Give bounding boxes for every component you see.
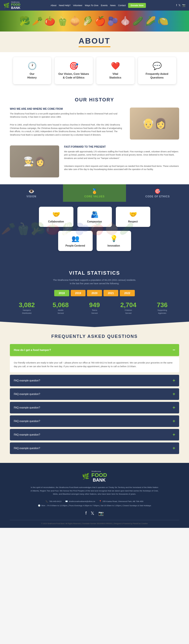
faq-q-6: FAQ example question?	[14, 447, 40, 450]
twitter-icon[interactable]: 𝕏	[178, 4, 181, 7]
ff-text-2: Volunteers respond to client requests an…	[64, 165, 179, 171]
phone-icon: 📞	[46, 500, 48, 502]
faq-q-4: FAQ example question?	[14, 420, 40, 422]
nav-events[interactable]: Events	[101, 4, 108, 7]
ethics-tab[interactable]: 🎯 CODE OF ETHICS	[126, 184, 189, 202]
nav-donate-button[interactable]: Donate Now	[128, 3, 146, 8]
nav-volunteer[interactable]: Volunteer	[73, 4, 82, 7]
footer-twitter-icon[interactable]: 𝕏	[91, 510, 94, 516]
nav-ways-to-give[interactable]: Ways To Give	[85, 4, 98, 7]
nav-logo-area: 🌿 Strathcona FOOD BANK	[4, 1, 21, 9]
stats-row: 3,082 HampersDistributed 5,068 AdultsSer…	[10, 301, 179, 315]
footer-contact: 📞 780-449-6413 ✉️ strathconafoodbank@sfb…	[10, 500, 179, 502]
stat-teens-label: TeensServed	[78, 309, 111, 315]
footer-logo-food: FOOD	[91, 472, 107, 478]
who-text-2: Prior to 1983, small informal food banks…	[10, 123, 125, 136]
stat-children-label: ChildrenServed	[111, 309, 145, 315]
stat-teens: 949 TeensServed	[78, 301, 111, 315]
footer-phone: 📞 780-449-6413	[46, 500, 61, 502]
ff-subhead: FAST-FORWARD TO THE PRESENT	[64, 146, 179, 148]
food-bg-strip: 🥕🫑🥦🍅🥬🫐🍎🧅🥒 🤝 Collaboration 🫂 Compassion 🤝…	[0, 202, 189, 256]
ff-text: We operate with approximately 170 volunt…	[64, 150, 179, 160]
faq-plus-1: +	[172, 378, 175, 383]
faq-section: FREQUENTLY ASKED QUESTIONS How do I get …	[0, 327, 189, 463]
core-tab-label: CORE VALUES	[65, 195, 124, 198]
history-icon: 🕐	[17, 62, 48, 70]
history-title: OUR HISTORY	[10, 97, 179, 102]
core-values-tab[interactable]: 🏅 CORE VALUES	[63, 184, 126, 202]
faq-item-5[interactable]: FAQ example question? +	[10, 429, 179, 440]
stat-teens-number: 949	[78, 301, 111, 309]
core-tabs: 👁️ VISION 🏅 CORE VALUES 🎯 CODE OF ETHICS	[0, 184, 189, 202]
year-2021[interactable]: 2021	[103, 290, 118, 296]
stat-adults: 5,068 AdultsServed	[44, 301, 77, 315]
vision-tab[interactable]: 👁️ VISION	[0, 184, 63, 202]
facebook-icon[interactable]: f	[176, 4, 177, 7]
footer-instagram-icon[interactable]: 📷	[98, 510, 104, 516]
card-faq-label: Frequently AskedQuestions	[141, 72, 173, 80]
faq-first-item[interactable]: How do I get a food hamper? −	[10, 344, 179, 356]
year-2020[interactable]: 2020	[87, 290, 102, 296]
card-vital[interactable]: ❤️ VitalStatistics	[96, 57, 134, 84]
footer-email: ✉️ strathconafoodbank@sfbra.ca	[65, 500, 95, 502]
footer-facebook-icon[interactable]: f	[85, 510, 87, 516]
who-we-are: WHO WE ARE AND WHERE WE COME FROM The St…	[10, 108, 179, 140]
vital-desc: The Strathcona Food Bank supports a popu…	[10, 278, 179, 286]
footer-hours: 🕐 Mon – Fri 9:00am to 12:00pm | Thurs Ev…	[10, 504, 179, 507]
faq-first-answer: Our friendly volunteers are ready to tak…	[10, 357, 179, 372]
year-tabs: 2018 2019 2020 2021 2022	[10, 290, 179, 296]
year-2019[interactable]: 2019	[71, 290, 86, 296]
card-faq[interactable]: 💬 Frequently AskedQuestions	[138, 57, 176, 84]
about-title-section: ABOUT	[0, 32, 189, 52]
nav-about[interactable]: About	[51, 4, 56, 7]
nav-links: About Need Help? Volunteer Ways To Give …	[51, 3, 146, 8]
faq-item-3[interactable]: FAQ example question? +	[10, 402, 179, 414]
history-section: OUR HISTORY WHO WE ARE AND WHERE WE COME…	[0, 90, 189, 184]
stat-hampers-label: HampersDistributed	[10, 309, 44, 315]
stat-children-number: 2,704	[111, 301, 145, 309]
vision-icon: 🎯	[58, 62, 89, 70]
year-2018[interactable]: 2018	[54, 290, 69, 296]
year-2022[interactable]: 2022	[120, 290, 134, 296]
faq-item-2[interactable]: FAQ example question? +	[10, 388, 179, 400]
who-image: 👴👩	[130, 108, 179, 140]
copyright-text: © 2023 Strathcona Food Bank. All Rights …	[10, 523, 179, 524]
faq-item-1[interactable]: FAQ example question? +	[10, 375, 179, 386]
fast-forward: 👨‍🍳👩 FAST-FORWARD TO THE PRESENT We oper…	[10, 146, 179, 178]
hero-food-emojis: 🥦🥕🍅🫑🧅🥬🍎🫐🧄🥒🌽🍋	[19, 16, 170, 26]
card-vision[interactable]: 🎯 Our Vision, Core Values& Code of Ethic…	[55, 57, 93, 84]
faq-title: FREQUENTLY ASKED QUESTIONS	[10, 334, 179, 339]
faq-first-toggle-icon: −	[172, 348, 175, 353]
footer-copyright: © 2023 Strathcona Food Bank. All Rights …	[10, 520, 179, 524]
triangle-connector	[0, 322, 189, 327]
faq-plus-2: +	[172, 392, 175, 397]
faq-item-6[interactable]: FAQ example question? +	[10, 442, 179, 454]
card-history[interactable]: 🕐 OurHistory	[13, 57, 51, 84]
cards-section: 🕐 OurHistory 🎯 Our Vision, Core Values& …	[0, 52, 189, 90]
vision-tab-label: VISION	[2, 195, 61, 198]
stat-agencies: 736 SupportingAgencies	[145, 301, 179, 315]
who-text: The Strathcona Food Bank is a non-profit…	[10, 112, 125, 119]
stat-children: 2,704 ChildrenServed	[111, 301, 145, 315]
card-vision-label: Our Vision, Core Values& Code of Ethics	[58, 72, 89, 80]
vital-icon: ❤️	[100, 62, 131, 70]
hero-banner: 🥦🥕🍅🫑🧅🥬🍎🫐🧄🥒🌽🍋	[0, 10, 189, 32]
faq-q-3: FAQ example question?	[14, 406, 40, 409]
footer-address: 📍 255 Kaska Road, Sherwood Park, AB T8A …	[99, 500, 143, 502]
ethics-tab-icon: 🎯	[128, 188, 187, 194]
who-text-block: WHO WE ARE AND WHERE WE COME FROM The St…	[10, 108, 125, 140]
cards-row: 🕐 OurHistory 🎯 Our Vision, Core Values& …	[10, 57, 179, 84]
vital-section: VITAL STATISTICS The Strathcona Food Ban…	[0, 263, 189, 322]
nav-social: f 𝕏 📷	[176, 4, 185, 7]
nav-news[interactable]: News	[110, 4, 116, 7]
core-tab-icon: 🏅	[65, 188, 124, 194]
nav-need-help[interactable]: Need Help?	[59, 4, 71, 7]
faq-item-4[interactable]: FAQ example question? +	[10, 416, 179, 427]
instagram-icon[interactable]: 📷	[182, 4, 185, 7]
navbar: 🌿 Strathcona FOOD BANK About Need Help? …	[0, 0, 189, 10]
faq-first-answer-text: Our friendly volunteers are ready to tak…	[14, 361, 175, 369]
food-bg-overlay: 🥕🫑🥦🍅🥬🫐🍎🧅🥒	[0, 202, 189, 256]
stat-hampers: 3,082 HampersDistributed	[10, 301, 44, 315]
nav-contact[interactable]: Contact	[118, 4, 126, 7]
ff-image: 👨‍🍳👩	[10, 146, 59, 178]
